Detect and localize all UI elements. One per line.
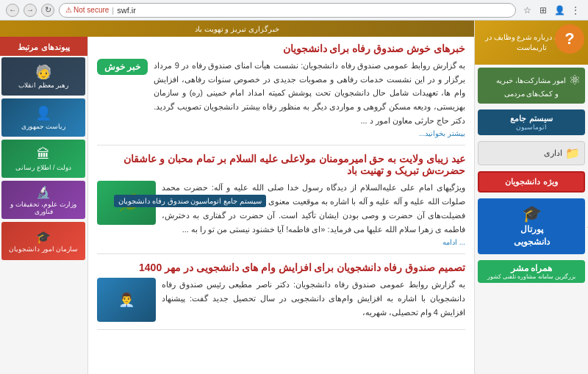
article-1-content-row: به گزارش روابط عمومی صندوق رفاه دانشجویا… bbox=[97, 59, 465, 127]
admin-label: اداری bbox=[544, 148, 562, 158]
address-bar[interactable]: ⚠ Not secure | swf.ir bbox=[59, 3, 516, 18]
leader-label: رهبر معظم انقلاب bbox=[18, 82, 68, 89]
sidebar-right-item-president[interactable]: 👤 ریاست جمهوری bbox=[1, 98, 85, 137]
article-3-text: به گزارش روابط عمومی صندوق رفاه دانشجویا… bbox=[162, 278, 465, 319]
header-strip: خبرگزاری تبریز و تهویت باد bbox=[0, 21, 474, 37]
sidebar-right-item-students[interactable]: 🎓 سازمان امور دانشجویان bbox=[1, 222, 85, 260]
article-2-content-row: ویژگیهای امام علی علیه‌السلام از دیدگاه … bbox=[97, 181, 465, 236]
article-2-read-more[interactable]: ... ادامه bbox=[97, 238, 465, 246]
orange-arrow-icon: ◄ bbox=[584, 216, 588, 237]
system-tooltip: سیستم جامع اتوماسیون صندوق رفاه دانشجویا… bbox=[114, 195, 266, 207]
article-3: تصمیم صندوق رفاه دانشجویان برای افزایش و… bbox=[97, 262, 465, 330]
system-title: سیستم جامع bbox=[482, 114, 581, 123]
portal-line1: پورتال bbox=[482, 223, 581, 236]
sidebar-bottom-banner[interactable]: همراه مشر بزرگترین سامانه مشاوره تلفنی ک… bbox=[478, 260, 585, 283]
article-1-read-more[interactable]: بیشتر بخوانید... bbox=[97, 129, 465, 137]
sidebar-right-item-egovernment[interactable]: 🏛 دولت / اطلاع رسانی bbox=[1, 140, 85, 178]
president-label: ریاست جمهوری bbox=[21, 123, 66, 130]
article-2-text: ویژگیهای امام علی علیه‌السلام از دیدگاه … bbox=[162, 181, 465, 236]
sidebar-left: ? الدینیدن درباره شرع وظایف در تاریماست … bbox=[474, 21, 588, 374]
sidebar-right-item-leader[interactable]: 🧓 رهبر معظم انقلاب bbox=[1, 57, 85, 96]
address-separator: | bbox=[112, 6, 114, 15]
sidebar-student-box[interactable]: ویژه دانشجویان bbox=[478, 171, 585, 193]
article-3-title[interactable]: تصمیم صندوق رفاه دانشجویان برای افزایش و… bbox=[97, 262, 465, 273]
egovernment-label: دولت / اطلاع رسانی bbox=[15, 164, 71, 171]
article-1: خبرهای خوش صندوق رفاه برای دانشجویان به … bbox=[97, 43, 465, 145]
security-warning: ⚠ Not secure bbox=[65, 6, 109, 14]
atom-icon: ⚛ bbox=[569, 72, 581, 88]
students-label: سازمان امور دانشجویان bbox=[9, 245, 78, 253]
science-label: وزارت علوم، تحقیقات و فناوری bbox=[1, 201, 85, 215]
sidebar-right-item-science[interactable]: 🔬 وزارت علوم، تحقیقات و فناوری bbox=[1, 181, 85, 219]
back-button[interactable]: ← bbox=[6, 4, 19, 17]
folder-icon: 📁 bbox=[565, 146, 580, 160]
bottom-banner-title: همراه مشر bbox=[481, 263, 582, 273]
settings-button[interactable]: ⋮ bbox=[569, 4, 582, 17]
system-sub: اتوماسیون bbox=[482, 123, 581, 131]
sidebar-portal-box[interactable]: 🎓 پورتال دانشجویی bbox=[478, 198, 585, 254]
right-sidebar-header-text: پیوندهای مرتبط bbox=[18, 43, 69, 51]
bottom-banner-subtitle: بزرگترین سامانه مشاوره تلفنی کشور bbox=[481, 273, 582, 280]
article-3-content-row: به گزارش روابط عمومی صندوق رفاه دانشجویا… bbox=[97, 278, 465, 322]
question-mark-icon: ? bbox=[555, 24, 584, 54]
extensions-button[interactable]: ⊞ bbox=[537, 4, 550, 17]
article-1-text: به گزارش روابط عمومی صندوق رفاه دانشجویا… bbox=[154, 59, 465, 127]
sidebar-system-box[interactable]: سیستم جامع اتوماسیون bbox=[478, 109, 585, 135]
sidebar-right: پیوندهای مرتبط 🧓 رهبر معظم انقلاب 👤 ریاس… bbox=[0, 37, 88, 374]
graduation-icon: 🎓 bbox=[482, 204, 581, 223]
right-sidebar-header: پیوندهای مرتبط bbox=[0, 37, 87, 56]
portal-line2: دانشجویی bbox=[482, 236, 581, 248]
not-secure-label: Not secure bbox=[74, 6, 109, 14]
browser-toolbar-icons: ☆ ⊞ 👤 ⋮ bbox=[520, 4, 582, 17]
sidebar-admin-box[interactable]: 📁 اداری bbox=[478, 141, 585, 165]
participation-text2: و کمک‌های مردمی bbox=[482, 88, 581, 99]
star-button[interactable]: ☆ bbox=[520, 4, 534, 17]
warning-icon: ⚠ bbox=[65, 6, 72, 14]
refresh-button[interactable]: ↻ bbox=[41, 4, 54, 17]
profile-button[interactable]: 👤 bbox=[553, 4, 566, 17]
portal-container: 🎓 پورتال دانشجویی ◄ bbox=[475, 195, 588, 257]
sidebar-participation-box[interactable]: ⚛ امور مشارکت‌ها، خبریه و کمک‌های مردمی bbox=[478, 68, 585, 104]
participation-text: امور مشارکت‌ها، خبریه bbox=[496, 75, 566, 86]
url-display: swf.ir bbox=[117, 6, 136, 15]
article-3-thumb: 👨‍💼 bbox=[97, 278, 156, 322]
page-wrapper: ? الدینیدن درباره شرع وظایف در تاریماست … bbox=[0, 21, 588, 374]
article-1-title[interactable]: خبرهای خوش صندوق رفاه برای دانشجویان bbox=[97, 43, 465, 54]
header-strip-text: خبرگزاری تبریز و تهویت باد bbox=[195, 25, 279, 33]
article-2-title[interactable]: عید زیبای ولایت به حق امیرمومنان مولاعلی… bbox=[97, 153, 465, 176]
sidebar-top-banner[interactable]: ? الدینیدن درباره شرع وظایف در تاریماست bbox=[475, 21, 588, 65]
student-label: ویژه دانشجویان bbox=[484, 177, 579, 187]
article-1-badge: خبر خوش bbox=[97, 59, 148, 75]
forward-button[interactable]: → bbox=[24, 4, 37, 17]
browser-chrome: ← → ↻ ⚠ Not secure | swf.ir ☆ ⊞ 👤 ⋮ bbox=[0, 0, 588, 21]
